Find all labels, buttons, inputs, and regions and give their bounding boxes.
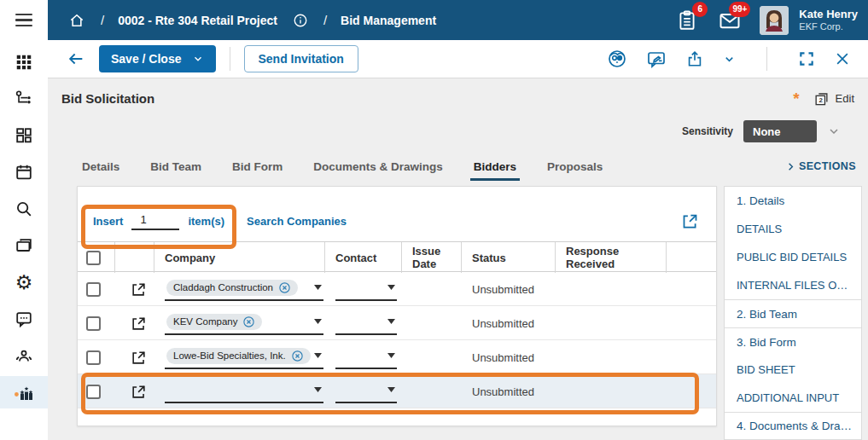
messages-mail-icon[interactable]: 99+ bbox=[717, 8, 743, 33]
company-chip-label: Lowe-Bid Specialties, Ink. bbox=[173, 350, 286, 361]
tab-bid-team[interactable]: Bid Team bbox=[150, 152, 201, 181]
community-people-icon[interactable] bbox=[0, 341, 48, 370]
remove-circle-x-icon[interactable] bbox=[242, 316, 255, 328]
bidder-row: KEV Company Unsubmitted bbox=[78, 306, 716, 340]
column-header-status[interactable]: Status bbox=[462, 242, 556, 273]
row-checkbox[interactable] bbox=[86, 385, 101, 399]
company-select[interactable]: KEV Company bbox=[165, 312, 323, 335]
dropdown-caret-icon[interactable] bbox=[387, 387, 395, 392]
chevron-right-icon bbox=[784, 160, 797, 173]
left-sidebar: ⚙ bbox=[0, 0, 48, 440]
dashboard-icon[interactable] bbox=[0, 121, 48, 150]
company-select[interactable] bbox=[165, 380, 323, 403]
owl-assistant-icon[interactable] bbox=[605, 47, 629, 71]
section-item-documents-drawings[interactable]: 4. Documents & Dra… bbox=[725, 412, 861, 440]
calendar-icon[interactable] bbox=[0, 158, 48, 187]
section-item-details-sub[interactable]: DETAILS bbox=[725, 215, 861, 243]
column-header-issue-date[interactable]: Issue Date bbox=[402, 242, 462, 273]
bid-board-leaderboard-icon[interactable] bbox=[0, 376, 48, 408]
column-header-response-received[interactable]: Response Received bbox=[556, 242, 667, 273]
sensitivity-select[interactable]: None bbox=[743, 120, 817, 142]
apps-grid-icon[interactable] bbox=[0, 48, 48, 77]
tab-proposals[interactable]: Proposals bbox=[547, 152, 603, 181]
tasks-clipboard-icon[interactable]: 6 bbox=[674, 8, 700, 33]
send-invitation-button[interactable]: Send Invitation bbox=[244, 45, 358, 72]
save-close-label: Save / Close bbox=[111, 52, 182, 66]
company-select[interactable]: Claddagh Construction bbox=[165, 278, 323, 301]
tab-documents-drawings[interactable]: Documents & Drawings bbox=[313, 152, 443, 181]
response-received-cell bbox=[556, 374, 667, 408]
close-icon[interactable] bbox=[832, 49, 853, 69]
section-item-bid-team[interactable]: 2. Bid Team bbox=[725, 299, 861, 327]
dropdown-caret-icon[interactable] bbox=[387, 319, 395, 324]
column-header-contact[interactable]: Contact bbox=[325, 242, 402, 273]
section-item-internal-files[interactable]: INTERNAL FILES O… bbox=[725, 271, 861, 299]
breadcrumb-project[interactable]: 0002 - Rte 304 Retail Project bbox=[118, 14, 277, 27]
open-record-icon[interactable] bbox=[131, 350, 147, 366]
remove-circle-x-icon[interactable] bbox=[278, 281, 291, 294]
back-arrow-icon[interactable] bbox=[67, 49, 85, 68]
versions-icon: 2 bbox=[813, 90, 830, 107]
edit-button[interactable]: 2 Edit bbox=[813, 90, 854, 107]
contact-select[interactable] bbox=[335, 278, 397, 301]
breadcrumb-app[interactable]: Bid Management bbox=[341, 14, 436, 27]
contact-select[interactable] bbox=[335, 346, 397, 369]
share-chevron-down-icon[interactable] bbox=[721, 51, 737, 67]
open-record-icon[interactable] bbox=[131, 316, 147, 332]
contact-select[interactable] bbox=[335, 380, 397, 403]
projects-folders-icon[interactable] bbox=[0, 231, 48, 260]
tab-bidders[interactable]: Bidders bbox=[474, 152, 516, 181]
messages-chat-icon[interactable] bbox=[0, 304, 48, 333]
section-item-bid-sheet[interactable]: BID SHEET bbox=[725, 356, 861, 384]
select-all-checkbox[interactable] bbox=[86, 251, 101, 265]
row-checkbox[interactable] bbox=[86, 316, 101, 331]
user-info[interactable]: Kate Henry EKF Corp. bbox=[799, 8, 858, 33]
dropdown-caret-icon[interactable] bbox=[314, 319, 322, 324]
workflow-icon[interactable] bbox=[0, 84, 48, 113]
column-header-company[interactable]: Company bbox=[154, 242, 325, 273]
row-checkbox[interactable] bbox=[86, 350, 101, 365]
user-org: EKF Corp. bbox=[799, 21, 858, 33]
section-item-bid-form[interactable]: 3. Bid Form bbox=[725, 327, 861, 356]
dropdown-caret-icon[interactable] bbox=[387, 285, 395, 290]
response-received-cell bbox=[556, 306, 667, 340]
save-close-button[interactable]: Save / Close bbox=[99, 45, 216, 72]
section-item-public-bid-details[interactable]: PUBLIC BID DETAILS bbox=[725, 243, 861, 271]
dropdown-caret-icon[interactable] bbox=[314, 387, 322, 392]
user-avatar[interactable] bbox=[760, 6, 789, 35]
open-in-new-icon[interactable] bbox=[679, 211, 701, 232]
open-record-icon[interactable] bbox=[131, 281, 147, 298]
share-export-icon[interactable] bbox=[684, 48, 706, 70]
tab-details[interactable]: Details bbox=[82, 152, 119, 181]
search-companies-button[interactable]: Search Companies bbox=[247, 215, 347, 228]
sensitivity-chevron-down-icon[interactable] bbox=[827, 124, 841, 138]
section-item-details[interactable]: 1. Details bbox=[725, 187, 861, 215]
app-window: ⚙ / 0002 - Rte 304 Retail Project / Bid … bbox=[0, 0, 868, 440]
hamburger-menu-icon[interactable] bbox=[0, 0, 48, 40]
insert-count-input[interactable] bbox=[131, 211, 179, 230]
sections-toggle[interactable]: SECTIONS bbox=[784, 160, 856, 173]
search-icon[interactable] bbox=[0, 194, 48, 223]
open-record-icon[interactable] bbox=[131, 384, 147, 400]
action-toolbar: Save / Close Send Invitation bbox=[48, 40, 868, 78]
svg-text:2: 2 bbox=[818, 96, 823, 104]
insert-button[interactable]: Insert bbox=[93, 215, 123, 228]
sensitivity-label: Sensitivity bbox=[682, 125, 733, 137]
remove-circle-x-icon[interactable] bbox=[291, 350, 304, 362]
comment-edit-icon[interactable] bbox=[644, 47, 668, 71]
home-icon[interactable] bbox=[67, 10, 87, 31]
section-item-additional-input[interactable]: ADDITIONAL INPUT bbox=[725, 384, 861, 412]
required-asterisk: * bbox=[793, 90, 799, 107]
dropdown-caret-icon[interactable] bbox=[387, 353, 395, 358]
issue-date-cell bbox=[402, 306, 462, 340]
dropdown-caret-icon[interactable] bbox=[314, 285, 322, 290]
company-select[interactable]: Lowe-Bid Specialties, Ink. bbox=[165, 346, 323, 369]
fullscreen-expand-icon[interactable] bbox=[796, 49, 817, 69]
contact-select[interactable] bbox=[335, 312, 397, 335]
page-title: Bid Solicitation bbox=[61, 91, 154, 106]
row-checkbox[interactable] bbox=[86, 282, 101, 297]
dropdown-caret-icon[interactable] bbox=[314, 353, 322, 358]
settings-gear-icon[interactable]: ⚙ bbox=[0, 268, 48, 297]
info-icon[interactable] bbox=[291, 11, 310, 30]
tab-bid-form[interactable]: Bid Form bbox=[232, 152, 283, 181]
